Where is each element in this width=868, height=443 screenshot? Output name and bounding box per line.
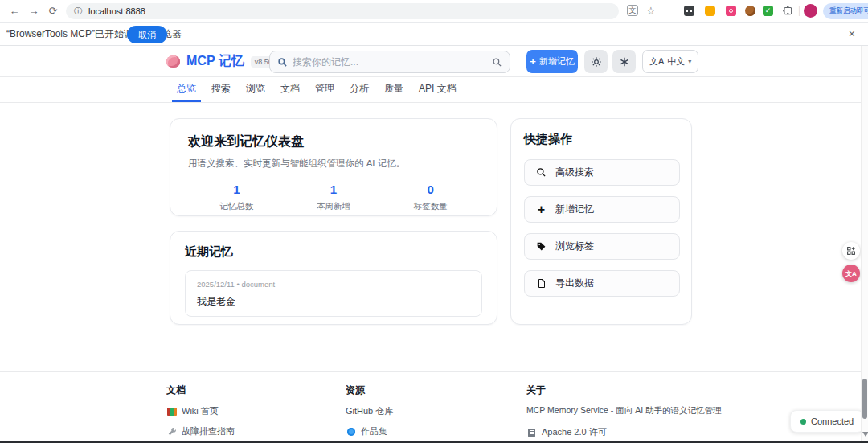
search-submit-icon[interactable] [492,57,502,68]
reload-icon[interactable]: ⟳ [45,3,61,19]
footer-link-license[interactable]: Apache 2.0 许可 [526,426,751,438]
tab-browse[interactable]: 浏览 [241,77,270,102]
back-icon[interactable]: ← [6,3,23,19]
connection-status-badge: Connected [790,410,864,433]
language-selector[interactable]: 文A 中文 ▾ [642,50,698,73]
new-memory-button[interactable]: + 新增记忆 [524,196,680,223]
memory-content: 我是老金 [197,295,470,309]
about-description: MCP Memory Service - 面向 AI 助手的语义记忆管理 [526,405,751,416]
site-info-icon[interactable]: ⓘ [74,3,82,19]
footer-link-wiki[interactable]: Wiki 首页 [166,405,235,417]
status-dot-icon [800,419,806,425]
translate-glyph: 文A [845,269,857,278]
tab-overview[interactable]: 总览 [172,77,201,102]
address-bar[interactable]: ⓘ localhost:8888 [66,3,619,19]
light-theme-button[interactable] [584,50,608,73]
footer-link-github[interactable]: GitHub 仓库 [346,405,395,417]
search-input[interactable] [293,51,485,72]
scrollbar-down-arrow[interactable] [862,432,868,437]
welcome-title: 欢迎来到记忆仪表盘 [188,133,479,150]
chevron-down-icon: ▾ [688,58,691,65]
tab-analytics[interactable]: 分析 [345,77,374,102]
main-nav-tabs: 总览 搜索 浏览 文档 管理 分析 质量 API 文档 [0,77,868,103]
tab-search[interactable]: 搜索 [207,77,235,102]
extension-icon-orange[interactable] [705,6,715,16]
advanced-search-button[interactable]: 高级搜索 [524,159,680,186]
translate-fab-button[interactable]: 文A [842,265,860,282]
browser-toolbar: ← → ⟳ ⓘ localhost:8888 文 ☆ ✓ | 重新启动即可更新 … [0,0,868,23]
brain-logo-icon [166,55,180,68]
bookmark-star-icon[interactable]: ☆ [646,5,656,17]
globe-icon [346,427,356,437]
stat-new-this-week: 1 本周新增 [285,183,383,212]
file-icon [535,278,547,289]
tab-documents[interactable]: 文档 [276,77,305,102]
export-data-button[interactable]: 导出数据 [524,270,680,297]
toolbar-separator: | [798,4,800,16]
tag-icon [535,241,547,252]
welcome-card: 欢迎来到记忆仪表盘 用语义搜索、实时更新与智能组织管理你的 AI 记忆。 1 记… [170,118,497,216]
footer-column-title: 资源 [346,384,395,397]
close-icon[interactable]: × [849,23,855,46]
app-header: MCP 记忆 v8.50.0 + 新增记忆 [0,46,868,77]
forward-icon[interactable]: → [26,3,42,19]
cancel-debug-button[interactable]: 取消 [127,26,167,43]
profile-avatar[interactable] [804,4,817,18]
tab-quality[interactable]: 质量 [379,77,408,102]
quick-action-label: 高级搜索 [555,166,594,179]
scrollbar-thumb[interactable] [862,379,867,419]
cookie-extension-icon[interactable] [745,6,755,16]
plus-icon: + [530,56,536,67]
page-footer: 文档 Wiki 首页 故障排查指南 ⚙ 配置问题 资源 GitHub 仓库 [0,371,868,443]
quick-actions-card: 快捷操作 高级搜索 + 新增记忆 浏览标签 [510,118,692,325]
sun-icon [591,56,602,68]
auto-theme-button[interactable] [612,50,636,73]
add-memory-label: 新增记忆 [539,55,575,68]
stat-label: 记忆总数 [188,201,285,212]
footer-resources-column: 资源 GitHub 仓库 作品集 API 文档 [346,384,395,443]
grid-plus-icon [846,246,856,256]
footer-about-column: 关于 MCP Memory Service - 面向 AI 助手的语义记忆管理 … [526,384,751,443]
stats-row: 1 记忆总数 1 本周新增 0 标签数量 [188,183,479,212]
footer-link-label: 作品集 [361,425,387,437]
extension-icon-green-check[interactable]: ✓ [763,6,773,16]
translate-icon[interactable]: 文 [627,5,638,16]
language-label: 中文 [667,55,685,68]
extensions-puzzle-icon[interactable] [782,5,795,18]
extension-icon-dark[interactable] [684,6,694,16]
footer-link-portfolio[interactable]: 作品集 [346,425,395,437]
recent-memories-title: 近期记忆 [185,244,482,260]
extension-widget-button[interactable] [842,242,860,260]
tab-api-docs[interactable]: API 文档 [414,77,461,102]
add-memory-button[interactable]: + 新增记忆 [526,50,578,73]
license-icon [526,428,537,437]
footer-link-label: 故障排查指南 [182,425,235,437]
stat-label: 标签数量 [382,201,479,212]
footer-link-troubleshooting[interactable]: 故障排查指南 [166,425,235,437]
search-icon [277,57,288,68]
tab-manage[interactable]: 管理 [310,77,339,102]
browse-tags-button[interactable]: 浏览标签 [524,233,680,260]
app-brand: MCP 记忆 v8.50.0 [166,46,282,77]
status-label: Connected [811,416,854,426]
quick-action-label: 导出数据 [555,277,594,290]
quick-actions-title: 快捷操作 [524,132,678,147]
plus-icon: + [535,203,547,216]
debug-notification-bar: “BrowserTools MCP”已开始调试此浏览器 取消 × [0,23,868,46]
update-chip-label: 重新启动即可更新 [829,6,868,16]
footer-docs-column: 文档 Wiki 首页 故障排查指南 ⚙ 配置问题 [166,384,235,443]
stat-tag-count: 0 标签数量 [382,183,479,212]
url-text[interactable]: localhost:8888 [88,3,145,19]
extension-icon-pink[interactable] [726,6,736,16]
memory-list-item[interactable]: 2025/12/11 • document 我是老金 [185,270,482,317]
footer-column-title: 文档 [166,384,235,397]
footer-link-label: GitHub 仓库 [346,405,393,417]
stat-label: 本周新增 [285,201,383,212]
footer-link-label: Wiki 首页 [182,405,219,417]
footer-column-title: 关于 [526,384,751,397]
stat-total-memories: 1 记忆总数 [188,183,285,212]
restart-to-update-button[interactable]: 重新启动即可更新 ⋮ [823,3,868,19]
quick-action-label: 新增记忆 [555,203,594,216]
book-icon [166,407,177,416]
quick-action-label: 浏览标签 [555,240,594,253]
